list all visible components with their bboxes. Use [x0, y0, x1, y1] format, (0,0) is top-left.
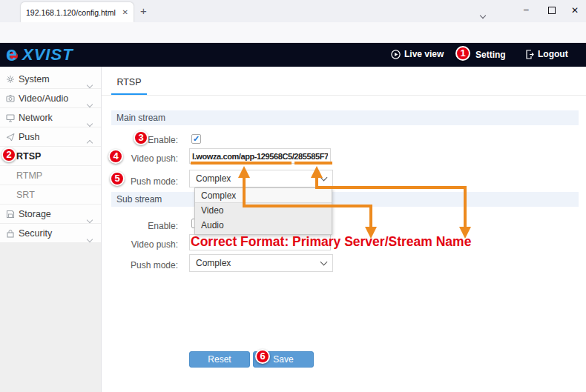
sub-stream-section-header: Sub stream — [111, 192, 579, 207]
new-tab-button[interactable]: + — [140, 4, 147, 17]
monitor-icon — [6, 113, 15, 122]
sub-enable-label: Enable: — [104, 221, 178, 231]
send-icon — [6, 133, 15, 142]
live-view-label: Live view — [404, 49, 444, 59]
sidebar-item-video-audio[interactable]: Video/Audio — [0, 89, 101, 108]
sidebar-item-rtmp[interactable]: RTMP — [0, 166, 101, 185]
nav-logout[interactable]: Logout — [525, 49, 568, 59]
main-push-mode-select[interactable]: Complex — [189, 170, 333, 187]
sidebar-item-label: Push — [19, 132, 40, 142]
logo-e-icon: e — [6, 45, 22, 64]
logout-label: Logout — [538, 49, 568, 59]
sidebar-item-label: Video/Audio — [19, 93, 68, 104]
exvist-logo: e XVIST — [6, 44, 73, 65]
tab-title: 192.168.1.120/config.html — [26, 8, 119, 17]
play-circle-icon — [391, 50, 401, 59]
browser-tab[interactable]: 192.168.1.120/config.html ✕ — [21, 2, 134, 22]
step-badge-6: 6 — [255, 349, 270, 364]
main-push-mode-value: Complex — [196, 173, 321, 184]
step-badge-4: 4 — [108, 149, 123, 164]
main-enable-checkbox[interactable]: ✓ — [191, 134, 201, 144]
reset-button[interactable]: Reset — [189, 351, 250, 368]
storage-icon — [6, 210, 15, 219]
main-stream-section-header: Main stream — [111, 110, 579, 125]
browser-titlebar: 192.168.1.120/config.html ✕ + – ✕ — [0, 0, 586, 22]
sidebar-item-srt[interactable]: SRT — [0, 185, 101, 205]
push-mode-dropdown: Complex Video Audio — [194, 187, 332, 235]
sidebar-item-storage[interactable]: Storage — [0, 205, 101, 224]
sidebar-item-security[interactable]: Security — [0, 224, 101, 243]
dropdown-option-video[interactable]: Video — [195, 203, 332, 218]
step-badge-1: 1 — [455, 46, 470, 61]
camera-icon — [6, 94, 15, 103]
sub-push-mode-select[interactable]: Complex — [189, 254, 333, 272]
minimize-button[interactable]: – — [524, 4, 529, 15]
window-close-button[interactable]: ✕ — [571, 5, 579, 16]
sidebar-item-push[interactable]: Push — [0, 127, 101, 147]
dropdown-option-complex[interactable]: Complex — [195, 188, 332, 203]
chevron-down-icon — [88, 231, 92, 245]
tab-close-icon[interactable]: ✕ — [122, 8, 128, 16]
tab-rtsp[interactable]: RTSP — [111, 77, 147, 93]
sidebar-item-system[interactable]: System — [0, 70, 101, 89]
annotation-correct-format: Correct Format: Primary Server/Stream Na… — [191, 234, 471, 250]
browser-addressbar: ← → ↻ 192.168.1.120 /config.html ☆ ≡ — [0, 22, 586, 43]
step-badge-5: 5 — [110, 171, 125, 186]
sidebar-item-label: Network — [19, 113, 53, 123]
nav-setting[interactable]: Setting — [475, 50, 506, 60]
sidebar: System Video/Audio Network Push RTSP — [0, 67, 102, 392]
logout-icon — [525, 50, 534, 59]
sidebar-item-label: RTSP — [16, 151, 41, 162]
tab-divider — [102, 95, 586, 96]
sub-push-mode-value: Complex — [196, 258, 321, 268]
logo-text: XVIST — [22, 45, 73, 64]
sidebar-item-label: Storage — [19, 209, 51, 219]
sub-push-mode-label: Push mode: — [104, 260, 178, 270]
sidebar-item-label: RTMP — [16, 170, 42, 181]
chevron-down-icon — [320, 259, 328, 266]
sidebar-item-label: SRT — [16, 190, 35, 200]
sidebar-item-network[interactable]: Network — [0, 108, 101, 127]
sub-video-push-label: Video push: — [104, 239, 178, 250]
lock-icon — [6, 229, 15, 238]
sidebar-item-label: Security — [19, 228, 52, 239]
browser-window: 192.168.1.120/config.html ✕ + – ✕ ← → ↻ … — [0, 0, 586, 392]
step-badge-3: 3 — [134, 130, 148, 145]
sidebar-item-label: System — [19, 74, 50, 84]
step-badge-2: 2 — [1, 147, 16, 162]
main-video-push-input[interactable] — [189, 148, 331, 164]
gear-icon — [6, 75, 15, 84]
chevron-down-icon — [320, 174, 328, 182]
tab-list-chevron-icon[interactable] — [481, 7, 485, 21]
maximize-button[interactable] — [548, 7, 556, 14]
dropdown-option-audio[interactable]: Audio — [195, 218, 332, 233]
nav-live-view[interactable]: Live view — [391, 49, 444, 59]
